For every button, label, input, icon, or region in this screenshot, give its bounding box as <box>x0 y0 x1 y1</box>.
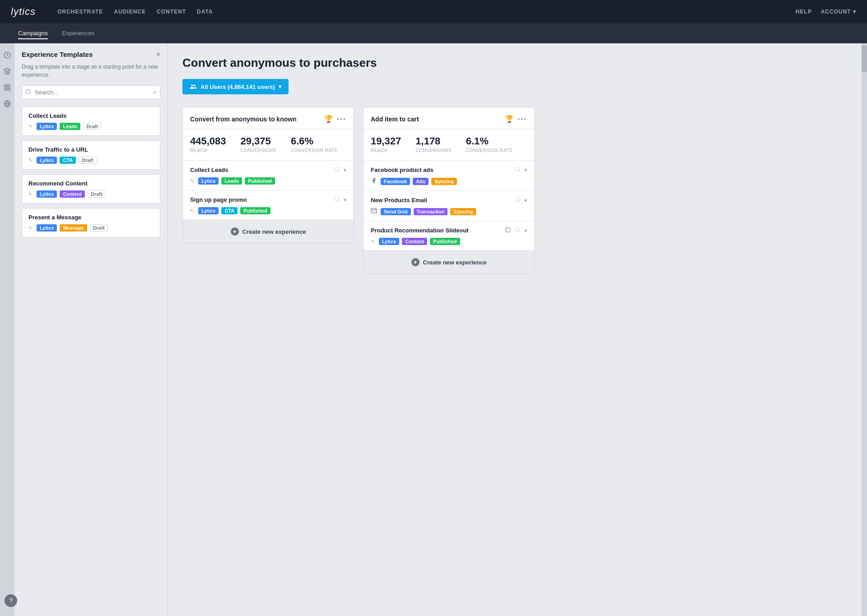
icon-sidebar <box>0 43 14 616</box>
exp4-icons: ▾ <box>514 196 527 204</box>
right-scrollbar[interactable] <box>862 43 867 616</box>
journey-column-2: Add item to cart 🏆 ••• 19,327 REACH 1,17… <box>363 107 535 274</box>
tag-lytics: Lytics <box>37 157 57 164</box>
sidebar-icon-layers[interactable] <box>3 67 12 76</box>
nav-content[interactable]: CONTENT <box>157 7 186 17</box>
exp1-search-icon[interactable] <box>334 166 340 174</box>
more-options-icon[interactable]: ••• <box>337 116 346 123</box>
facebook-icon <box>371 177 377 185</box>
templates-title: Experience Templates <box>22 51 93 58</box>
exp2-tags: ↖ Lytics CTA Published <box>190 207 346 214</box>
template-item-drive-traffic[interactable]: Drive Traffic to a URL ↖ Lytics CTA Draf… <box>22 140 160 170</box>
exp4-name: New Products Email <box>371 197 427 204</box>
col1-header: Convert from anonymous to known 🏆 ••• <box>183 107 354 129</box>
template-name: Present a Message <box>28 214 154 221</box>
stat-conversions-label: CONVERSIONS <box>241 148 276 153</box>
exp4-chevron-icon[interactable]: ▾ <box>524 197 527 204</box>
cursor-icon: ↖ <box>28 157 33 163</box>
template-tags: ↖ Lytics Content Draft <box>28 190 154 198</box>
tag-cta: CTA <box>221 207 238 214</box>
exp5-search-icon[interactable] <box>514 227 521 234</box>
stat2-reach-value: 19,327 <box>371 135 401 147</box>
page-title: Convert anonymous to purchasers <box>182 56 847 70</box>
tag-lytics: Lytics <box>37 123 57 130</box>
svg-marker-1 <box>4 68 10 71</box>
tag-syncing-2: Syncing <box>450 208 476 215</box>
email-icon <box>371 208 377 215</box>
tag-syncing: Syncing <box>431 178 457 185</box>
close-button[interactable]: × <box>156 51 160 58</box>
nav-help[interactable]: HELP <box>796 7 812 17</box>
tag-leads: Leads <box>60 123 80 130</box>
template-name: Recommend Content <box>28 180 154 187</box>
cursor-icon: ↖ <box>28 123 33 130</box>
journey-columns: Convert from anonymous to known 🏆 ••• 44… <box>182 107 847 274</box>
nav-audience[interactable]: AUDIENCE <box>114 7 146 17</box>
exp3-search-icon[interactable] <box>514 166 521 174</box>
create-new-experience-btn-col2[interactable]: + Create new experience <box>364 250 534 273</box>
template-item-recommend-content[interactable]: Recommend Content ↖ Lytics Content Draft <box>22 174 160 204</box>
trophy-icon-2: 🏆 <box>505 115 514 123</box>
stat-reach: 445,083 REACH <box>190 135 226 153</box>
nav-orchestrate[interactable]: ORCHESTRATE <box>57 7 103 17</box>
stat2-conversion-rate: 6.1% CONVERSION RATE <box>466 135 513 153</box>
sub-nav-experiences[interactable]: Experiences <box>62 28 95 39</box>
exp1-chevron-icon[interactable]: ▾ <box>344 167 346 173</box>
slideout-icon <box>505 227 511 234</box>
sub-nav: Campaigns Experiences <box>0 23 867 43</box>
tag-message: Message <box>60 224 87 232</box>
exp2-header: Sign up page promo ▾ <box>190 196 346 204</box>
col1-stats: 445,083 REACH 29,375 CONVERSIONS 6.6% CO… <box>183 129 354 160</box>
nav-account[interactable]: ACCOUNT ▾ <box>821 7 856 17</box>
tag-published: Published <box>245 177 275 185</box>
svg-point-12 <box>335 197 339 201</box>
exp2-name: Sign up page promo <box>190 196 247 203</box>
exp4-search-icon[interactable] <box>514 196 521 204</box>
sub-nav-campaigns[interactable]: Campaigns <box>18 28 48 39</box>
logo: lytics <box>11 6 36 18</box>
audience-button[interactable]: All Users (4,884,141 users) ▾ <box>182 79 289 94</box>
exp2-chevron-icon[interactable]: ▾ <box>344 197 346 203</box>
tag-draft: Draft <box>90 224 108 232</box>
help-button[interactable]: ? <box>5 594 17 607</box>
more-options-icon-2[interactable]: ••• <box>517 116 527 123</box>
exp4-header: New Products Email ▾ <box>371 196 527 204</box>
tag-content: Content <box>60 190 85 198</box>
svg-line-13 <box>338 200 340 202</box>
experience-signup-promo: Sign up page promo ▾ ↖ Lytics <box>183 190 354 220</box>
svg-line-9 <box>29 93 30 94</box>
sidebar-icon-clock[interactable] <box>3 51 12 60</box>
sidebar-icon-globe[interactable] <box>3 99 12 108</box>
create-new-experience-btn-col1[interactable]: + Create new experience <box>183 220 354 243</box>
trophy-icon: 🏆 <box>324 115 333 123</box>
stat2-reach-label: REACH <box>371 148 401 153</box>
stat-conversions-value: 29,375 <box>241 135 276 147</box>
exp3-icons: ▾ <box>514 166 527 174</box>
nav-data[interactable]: DATA <box>197 7 213 17</box>
col2-stats: 19,327 REACH 1,178 CONVERSIONS 6.1% CONV… <box>364 129 534 160</box>
svg-rect-3 <box>8 85 10 87</box>
svg-point-14 <box>515 167 519 171</box>
template-item-collect-leads[interactable]: Collect Leads ↖ Lytics Leads Draft <box>22 107 160 136</box>
template-item-present-message[interactable]: Present a Message ↖ Lytics Message Draft <box>22 208 160 237</box>
search-clear-icon[interactable]: × <box>153 89 157 96</box>
nav-right: HELP ACCOUNT ▾ <box>796 7 856 17</box>
stat-conversions: 29,375 CONVERSIONS <box>241 135 276 153</box>
experience-collect-leads: Collect Leads ▾ ↖ Lytics <box>183 160 354 190</box>
templates-header: Experience Templates × <box>22 51 160 58</box>
exp2-search-icon[interactable] <box>334 196 340 204</box>
template-tags: ↖ Lytics Message Draft <box>28 224 154 232</box>
tag-ads: Ads <box>413 178 429 185</box>
tag-lytics: Lytics <box>198 207 219 214</box>
exp2-icons: ▾ <box>334 196 346 204</box>
stat-rate-value: 6.6% <box>291 135 337 147</box>
exp3-chevron-icon[interactable]: ▾ <box>524 167 527 173</box>
cursor-icon: ↖ <box>28 191 33 197</box>
sidebar-icon-grid[interactable] <box>3 83 12 92</box>
template-tags: ↖ Lytics Leads Draft <box>28 123 154 130</box>
audience-label: All Users (4,884,141 users) <box>200 83 275 90</box>
exp5-chevron-icon[interactable]: ▾ <box>524 227 527 234</box>
col1-header-icons: 🏆 ••• <box>324 115 346 123</box>
search-input[interactable] <box>22 85 160 99</box>
exp1-name: Collect Leads <box>190 167 228 173</box>
